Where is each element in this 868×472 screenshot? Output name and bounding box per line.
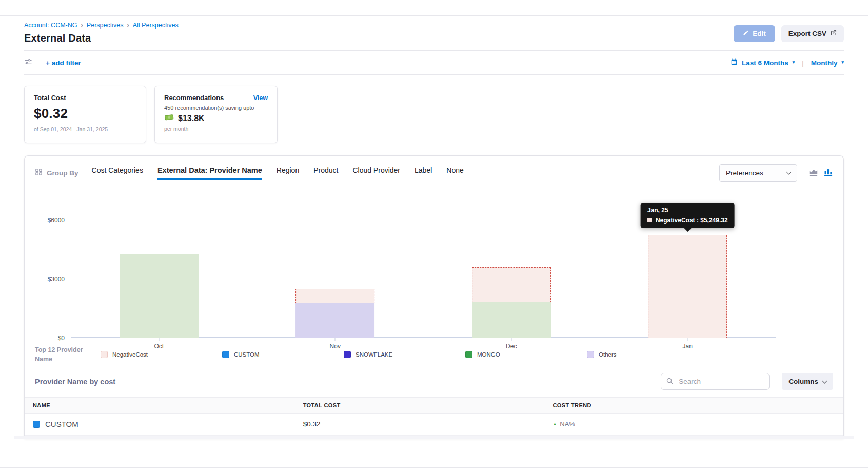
breadcrumb-account[interactable]: Account: CCM-NG bbox=[24, 22, 77, 29]
group-by-label: Group By bbox=[47, 169, 78, 177]
bar-dec-negativecost[interactable] bbox=[472, 267, 551, 302]
legend-item-mongo[interactable]: MONGO bbox=[465, 351, 587, 358]
breadcrumb-all-perspectives[interactable]: All Perspectives bbox=[133, 22, 179, 29]
total-cost-period: of Sep 01, 2024 - Jan 31, 2025 bbox=[34, 126, 136, 132]
calendar-icon bbox=[731, 58, 738, 67]
recommendations-label: Recommendations bbox=[164, 94, 224, 102]
total-cost-label: Total Cost bbox=[34, 94, 136, 102]
bar-chart-toggle-icon[interactable] bbox=[823, 168, 833, 179]
legend-item-snowflake[interactable]: SNOWFLAKE bbox=[344, 351, 465, 358]
bar-oct-mongo[interactable] bbox=[120, 254, 199, 338]
tooltip-series-value: NegativeCost : $5,249.32 bbox=[656, 217, 728, 224]
area-chart-toggle-icon[interactable] bbox=[808, 168, 818, 179]
legend-item-negativecost[interactable]: NegativeCost bbox=[101, 351, 222, 358]
breadcrumb: Account: CCM-NG › Perspectives › All Per… bbox=[24, 21, 179, 29]
search-input[interactable] bbox=[661, 373, 770, 390]
page-title: External Data bbox=[24, 32, 179, 44]
bar-nov-negativecost[interactable] bbox=[295, 289, 374, 303]
recommendations-line1: 450 recommendation(s) saving upto bbox=[164, 105, 268, 111]
chart-tooltip: Jan, 25NegativeCost : $5,249.32 bbox=[641, 203, 735, 228]
legend-item-custom[interactable]: CUSTOM bbox=[222, 351, 344, 358]
legend-label: Others bbox=[599, 351, 617, 358]
tab-product[interactable]: Product bbox=[313, 166, 338, 180]
column-header-total-cost[interactable]: TOTAL COST bbox=[303, 402, 553, 408]
bar-jan-negativecost[interactable] bbox=[648, 235, 727, 338]
legend-swatch-mongo bbox=[465, 351, 472, 358]
recommendations-amount: $13.8K bbox=[178, 114, 205, 123]
columns-button[interactable]: Columns bbox=[782, 373, 833, 390]
tab-cloud-provider[interactable]: Cloud Provider bbox=[352, 166, 400, 180]
x-axis-label-jan: Jan bbox=[683, 343, 693, 350]
x-axis-tick bbox=[335, 338, 336, 341]
table-header-row: NAMETOTAL COSTCOST TREND bbox=[25, 397, 843, 414]
legend-swatch-others bbox=[587, 351, 594, 358]
y-axis-label: $0 bbox=[58, 335, 65, 342]
perspective-panel: Group By Cost CategoriesExternal Data: P… bbox=[24, 155, 844, 439]
tab-label[interactable]: Label bbox=[415, 166, 432, 180]
table-next-row-sliver bbox=[14, 436, 854, 439]
tab-none[interactable]: None bbox=[446, 166, 463, 180]
chevron-down-icon bbox=[786, 169, 792, 174]
legend-swatch-negativecost bbox=[101, 351, 108, 358]
provider-name: CUSTOM bbox=[45, 420, 78, 428]
money-icon bbox=[164, 113, 174, 123]
group-by-row: Group By Cost CategoriesExternal Data: P… bbox=[35, 164, 833, 182]
legend-item-others[interactable]: Others bbox=[587, 351, 708, 358]
chart-plot-area[interactable]: $0$3000$6000OctNovDecJanJan, 25NegativeC… bbox=[71, 202, 776, 338]
recommendations-card: Recommendations View 450 recommendation(… bbox=[154, 86, 278, 143]
bar-nov-others[interactable] bbox=[295, 303, 374, 338]
granularity-dropdown[interactable]: Monthly bbox=[811, 59, 838, 67]
preferences-dropdown[interactable]: Preferences bbox=[719, 164, 797, 182]
tooltip-series-swatch bbox=[647, 218, 652, 222]
table-title: Provider Name by cost bbox=[35, 378, 115, 386]
filter-settings-icon[interactable] bbox=[24, 57, 32, 68]
edit-button[interactable]: Edit bbox=[734, 25, 775, 42]
legend-label: CUSTOM bbox=[234, 351, 260, 358]
x-axis-label-oct: Oct bbox=[154, 343, 164, 350]
legend-swatch-custom bbox=[222, 351, 229, 358]
recommendations-view-link[interactable]: View bbox=[253, 94, 268, 102]
bar-dec-mongo[interactable] bbox=[472, 302, 551, 338]
x-axis-label-nov: Nov bbox=[330, 343, 341, 350]
provider-swatch bbox=[33, 421, 40, 428]
cell-cost-trend: ▲NA% bbox=[553, 420, 843, 428]
preferences-label: Preferences bbox=[726, 169, 763, 177]
tab-external-data-provider-name[interactable]: External Data: Provider Name bbox=[157, 166, 262, 180]
edit-button-label: Edit bbox=[753, 30, 766, 37]
trend-up-icon: ▲ bbox=[553, 422, 557, 426]
tab-region[interactable]: Region bbox=[277, 166, 299, 180]
search-icon bbox=[666, 377, 674, 387]
total-cost-value: $0.32 bbox=[34, 106, 136, 122]
column-header-cost-trend[interactable]: COST TREND bbox=[553, 402, 843, 408]
group-by-tabs: Cost CategoriesExternal Data: Provider N… bbox=[92, 166, 464, 180]
provider-cost-table: NAMETOTAL COSTCOST TREND CUSTOM$0.32▲NA% bbox=[25, 397, 843, 439]
chevron-down-icon bbox=[822, 379, 827, 384]
caret-down-icon: ▾ bbox=[841, 60, 844, 65]
legend-label: MONGO bbox=[477, 351, 500, 358]
external-link-icon bbox=[831, 30, 837, 37]
add-filter-button[interactable]: + add filter bbox=[46, 59, 81, 67]
trend-value: NA% bbox=[560, 420, 575, 428]
page-bottom-divider bbox=[0, 467, 868, 468]
tab-cost-categories[interactable]: Cost Categories bbox=[92, 166, 143, 180]
export-csv-label: Export CSV bbox=[788, 30, 826, 37]
columns-label: Columns bbox=[788, 378, 818, 385]
table-row[interactable]: CUSTOM$0.32▲NA% bbox=[25, 414, 843, 436]
cell-total-cost: $0.32 bbox=[303, 420, 553, 428]
y-axis-label: $6000 bbox=[48, 217, 65, 224]
x-axis-tick bbox=[159, 338, 159, 341]
caret-down-icon: ▾ bbox=[793, 60, 795, 65]
legend-label: SNOWFLAKE bbox=[356, 351, 392, 358]
export-csv-button[interactable]: Export CSV bbox=[781, 25, 844, 42]
recommendations-line2: per month bbox=[164, 126, 268, 132]
date-range-dropdown[interactable]: Last 6 Months bbox=[742, 59, 788, 67]
cell-name: CUSTOM bbox=[25, 420, 303, 428]
breadcrumb-perspectives[interactable]: Perspectives bbox=[87, 22, 124, 29]
total-cost-card: Total Cost $0.32 of Sep 01, 2024 - Jan 3… bbox=[24, 86, 146, 143]
filter-divider: | bbox=[802, 59, 804, 67]
legend-label: NegativeCost bbox=[112, 351, 148, 358]
y-axis-label: $3000 bbox=[48, 276, 65, 283]
column-header-name[interactable]: NAME bbox=[25, 402, 303, 408]
x-axis-tick bbox=[511, 338, 511, 341]
tooltip-title: Jan, 25 bbox=[647, 207, 728, 214]
